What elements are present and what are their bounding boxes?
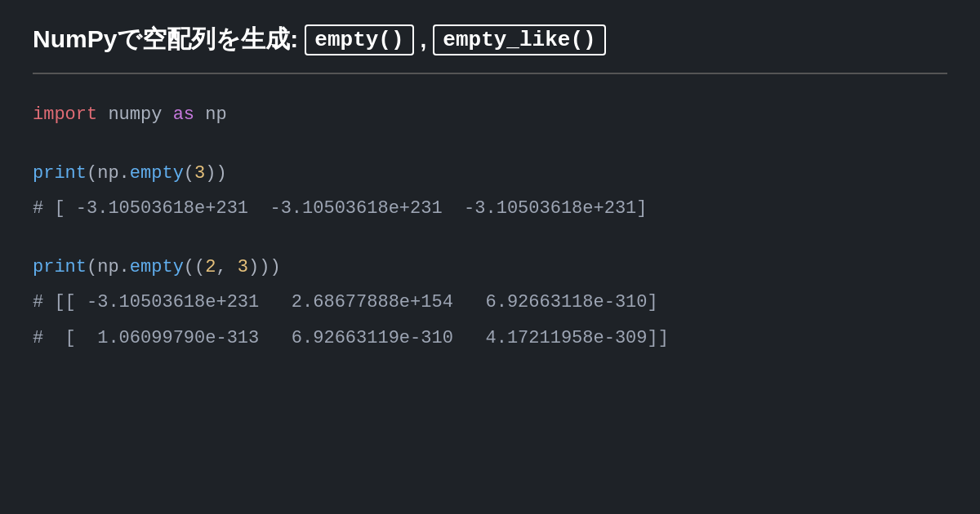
fn-empty-2: empty [130,257,184,277]
paren-close-2: ))) [248,257,281,277]
paren-open-1: (np. [87,163,130,184]
comment-2: # [[ -3.10503618e+231 2.68677888e+154 6.… [33,292,658,312]
comment3-line: # [ 1.06099790e-313 6.92663119e-310 4.17… [33,322,947,355]
paren-arg-1: ( [184,163,194,184]
alias-np: np [194,104,227,125]
blank-line-1 [33,135,947,157]
import-line: import numpy as np [33,99,947,131]
keyword-as: as [173,104,194,125]
separator-comma: , [421,27,427,53]
number-2: 2 [205,257,216,277]
number-3: 3 [194,163,205,184]
comment2-line: # [[ -3.10503618e+231 2.68677888e+154 6.… [33,286,947,319]
paren-close-1: )) [205,163,226,184]
module-numpy: numpy [97,104,172,125]
code-badge-empty-like: empty_like() [433,24,605,55]
number-3-2: 3 [238,257,248,277]
keyword-print-2: print [33,257,87,277]
keyword-import: import [33,104,97,125]
comment-1: # [ -3.10503618e+231 -3.10503618e+231 -3… [33,198,648,219]
print1-line: print(np.empty(3)) [33,157,947,190]
keyword-print-1: print [33,163,87,184]
comment-3: # [ 1.06099790e-313 6.92663119e-310 4.17… [33,328,669,348]
fn-empty-1: empty [130,163,184,184]
paren-open-2: (np. [87,257,130,277]
page-title: NumPyで空配列を生成: [33,23,298,56]
paren-open-tuple: (( [184,257,205,277]
code-block: import numpy as np print(np.empty(3)) # … [0,74,980,383]
blank-line-2 [33,228,947,251]
comma-sep: , [216,257,237,277]
page-header: NumPyで空配列を生成: empty() , empty_like() [0,0,980,73]
print2-line: print(np.empty((2, 3))) [33,251,947,284]
code-badge-empty: empty() [305,24,413,55]
comment1-line: # [ -3.10503618e+231 -3.10503618e+231 -3… [33,193,947,225]
